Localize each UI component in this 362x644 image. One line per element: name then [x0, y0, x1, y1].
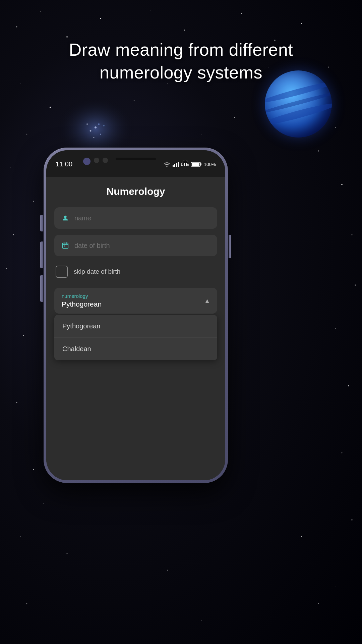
svg-point-47 [234, 117, 235, 118]
svg-point-2 [66, 36, 68, 38]
svg-point-8 [241, 13, 242, 14]
status-icons: LTE 100% [163, 161, 216, 167]
svg-point-14 [26, 134, 27, 135]
svg-point-34 [335, 587, 336, 587]
svg-point-46 [201, 134, 201, 135]
svg-point-29 [33, 469, 34, 470]
svg-point-13 [50, 107, 51, 108]
person-icon [62, 214, 69, 222]
headline-text: Draw meaning from different [69, 40, 293, 59]
battery-percentage: 100% [204, 162, 216, 167]
svg-point-17 [318, 150, 319, 152]
svg-point-10 [301, 23, 302, 24]
svg-point-23 [6, 268, 7, 269]
status-bar: 11:00 LTE [46, 160, 225, 168]
signal-icon [173, 162, 179, 167]
svg-point-53 [167, 570, 168, 571]
svg-point-52 [318, 603, 319, 604]
svg-point-3 [100, 18, 101, 19]
svg-point-20 [341, 184, 343, 185]
dropdown-arrow-icon: ▲ [204, 297, 210, 305]
svg-point-1 [40, 11, 41, 12]
dob-input[interactable] [74, 242, 210, 250]
speaker [116, 158, 156, 160]
svg-point-18 [10, 167, 10, 168]
headline-text-2: numerology systems [100, 63, 262, 82]
mute-button [40, 215, 43, 231]
svg-point-31 [20, 536, 20, 537]
svg-point-51 [301, 536, 302, 537]
app-content: Numerology [46, 177, 225, 480]
svg-rect-58 [178, 162, 179, 167]
phone-screen: 11:00 LTE [46, 150, 225, 480]
dropdown-option-chaldean[interactable]: Chaldean [54, 338, 217, 360]
svg-point-33 [26, 603, 27, 604]
volume-down-button [40, 275, 43, 302]
svg-rect-60 [192, 163, 199, 166]
svg-rect-67 [64, 246, 65, 247]
svg-point-19 [33, 201, 34, 202]
lte-badge: LTE [181, 162, 189, 167]
svg-rect-61 [200, 163, 201, 165]
svg-point-6 [184, 30, 185, 31]
svg-point-5 [150, 10, 151, 10]
svg-point-50 [67, 553, 68, 554]
svg-point-62 [64, 216, 66, 218]
calendar-icon [62, 241, 69, 250]
app-title: Numerology [54, 177, 217, 207]
svg-point-0 [16, 26, 17, 28]
svg-point-16 [335, 127, 336, 128]
skip-dob-label: skip date of birth [74, 268, 120, 275]
dropdown-option-pythogorean[interactable]: Pythogorean [54, 315, 217, 338]
name-input-field[interactable] [54, 207, 217, 229]
status-time: 11:00 [56, 160, 72, 168]
svg-point-30 [342, 452, 343, 453]
numerology-dropdown-selected[interactable]: numerology Pythogorean ▲ [54, 288, 217, 314]
svg-point-21 [13, 234, 14, 235]
svg-point-26 [335, 328, 336, 329]
numerology-dropdown-label: numerology [62, 293, 210, 299]
power-button [229, 235, 231, 258]
wifi-icon [163, 161, 171, 167]
battery-icon [191, 162, 202, 167]
numerology-dropdown-container: numerology Pythogorean ▲ Pythogorean Cha… [54, 288, 217, 360]
svg-rect-57 [176, 163, 177, 167]
skip-dob-row[interactable]: skip date of birth [54, 262, 217, 281]
svg-rect-63 [63, 243, 68, 249]
numerology-dropdown-value: Pythogorean [62, 300, 210, 308]
svg-point-44 [134, 100, 134, 101]
name-input[interactable] [74, 214, 210, 222]
svg-rect-56 [174, 164, 175, 167]
svg-point-22 [352, 234, 353, 235]
numerology-dropdown-menu: Pythogorean Chaldean [54, 315, 217, 360]
svg-point-49 [43, 503, 44, 503]
volume-up-button [40, 241, 43, 268]
headline: Draw meaning from different numerology s… [0, 39, 362, 84]
svg-point-27 [16, 402, 17, 403]
svg-point-25 [23, 335, 24, 336]
skip-dob-checkbox[interactable] [56, 266, 68, 278]
svg-point-24 [355, 284, 356, 286]
svg-point-28 [348, 385, 349, 386]
phone-frame: 11:00 LTE [44, 148, 228, 483]
svg-rect-55 [173, 165, 174, 167]
svg-point-32 [351, 519, 353, 521]
dob-input-field[interactable] [54, 235, 217, 256]
svg-point-54 [201, 620, 201, 621]
